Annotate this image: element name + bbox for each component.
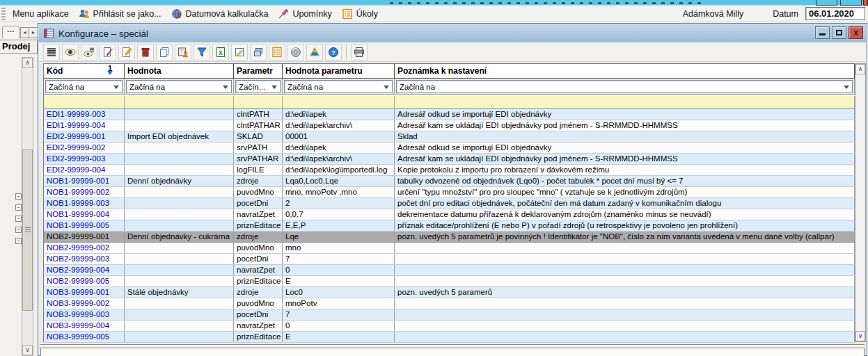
- delete-record-button[interactable]: [137, 44, 154, 60]
- filter-dropdown[interactable]: Začíná na: [126, 80, 232, 93]
- edit-record-button[interactable]: [118, 44, 135, 60]
- chevron-down-icon: [384, 86, 389, 89]
- sidebar-group-prodej[interactable]: Prodej: [0, 40, 38, 54]
- table-row[interactable]: NOB3-99999-002puvodMnomnoPotv: [44, 298, 855, 309]
- table-row[interactable]: NOB2-99999-004navratZpet0: [44, 265, 855, 276]
- rows-button[interactable]: [43, 44, 60, 60]
- sidebar-expander-1[interactable]: –: [15, 193, 22, 200]
- column-header-label: Hodnota parametru: [285, 66, 363, 76]
- app-maximize-button[interactable]: [840, 0, 862, 6]
- table-row[interactable]: NOB1-99999-004navratZpet0,0,7dekrementac…: [44, 209, 855, 220]
- date-label: Datum: [773, 9, 798, 19]
- minimize-button[interactable]: [815, 26, 830, 39]
- table-row[interactable]: NOB3-99999-005priznEditaceE: [44, 332, 855, 343]
- cell-parametr: pocetDni: [234, 309, 283, 320]
- tab-scroll-left-button[interactable]: ◄: [20, 27, 29, 38]
- sidebar-scrollbar[interactable]: ∧ ∨: [22, 57, 33, 356]
- excel-export-button[interactable]: X: [212, 44, 229, 60]
- view-button[interactable]: [62, 44, 79, 60]
- column-header-pozn-mka-k-nastaven-[interactable]: Poznámka k nastavení: [395, 64, 855, 78]
- table-row[interactable]: NOB1-99999-003pocetDni2počet dní pro edi…: [44, 198, 855, 209]
- cell-kod: EDI2-99999-003: [44, 154, 125, 164]
- table-scroll-down-icon[interactable]: ∨: [855, 331, 865, 341]
- date-field[interactable]: 06.01.2020: [805, 7, 865, 20]
- column-header-hodnota[interactable]: Hodnota: [125, 64, 234, 78]
- table-row[interactable]: NOB2-99999-005priznEditaceE: [44, 276, 855, 287]
- menu-aplikace-button[interactable]: Menu aplikace: [8, 6, 74, 22]
- filter-dropdown[interactable]: Začíná na: [396, 80, 853, 93]
- cell-hodnota_parametru: E: [283, 332, 395, 342]
- table-row[interactable]: EDI2-99999-003srvPATHARd:\edi\lapek\arch…: [44, 154, 855, 165]
- search-cell[interactable]: [283, 96, 395, 108]
- sidebar-expander-4[interactable]: –: [15, 227, 22, 233]
- datumova-kalkulacka-button[interactable]: Datumová kalkulačka: [167, 6, 274, 22]
- sidebar-scrollbar-thumb[interactable]: [22, 149, 33, 311]
- column-header-parametr[interactable]: Parametr: [234, 64, 283, 78]
- search-cell[interactable]: [44, 96, 125, 108]
- table-search-row: [44, 95, 855, 109]
- search-cell[interactable]: [125, 96, 234, 108]
- table-row[interactable]: EDI2-99999-001Import EDI objednávekSKLAD…: [44, 131, 855, 143]
- window-titlebar[interactable]: Konfigurace – speciál x: [39, 24, 866, 42]
- batch-button[interactable]: [175, 44, 191, 60]
- search-cell[interactable]: [234, 96, 283, 108]
- duplicate-button[interactable]: [250, 44, 267, 60]
- help-button[interactable]: ?: [325, 44, 342, 60]
- svg-text:X: X: [219, 49, 223, 56]
- column-header-hodnota-parametru[interactable]: Hodnota parametru: [283, 64, 395, 78]
- table-row[interactable]: NOB3-99999-003pocetDni7: [44, 309, 855, 321]
- menubar-grip[interactable]: [1, 8, 6, 20]
- app-close-button[interactable]: [863, 0, 868, 6]
- sidebar-scroll-down-icon[interactable]: ∨: [22, 345, 33, 355]
- column-header-k-d[interactable]: Kód1: [44, 64, 125, 78]
- sidebar-scroll-up-icon[interactable]: ∧: [22, 58, 33, 68]
- notes-button[interactable]: [231, 44, 248, 60]
- filter-dropdown[interactable]: Začíná na: [284, 80, 393, 93]
- cell-hodnota_parametru: 0,0,7: [283, 209, 395, 220]
- cell-poznamka: pozn. uvedých 5 paramerů: [395, 287, 855, 298]
- sidebar-expander-3[interactable]: –: [15, 216, 22, 222]
- table-row[interactable]: EDI1-99999-004clntPATHARd:\edi\lapek\arc…: [44, 120, 855, 131]
- sidebar-expander-5[interactable]: –: [15, 238, 22, 244]
- filter-button[interactable]: [194, 44, 210, 60]
- ukoly-button[interactable]: Úkoly: [338, 6, 384, 22]
- table-row[interactable]: NOB1-99999-001Denní objednávkyzdrojeLqa0…: [44, 176, 855, 187]
- table-row[interactable]: EDI2-99999-002srvPATHd:\edi\lapekAdresář…: [44, 143, 855, 154]
- table-scroll-up-icon[interactable]: ∧: [855, 64, 865, 74]
- table-row[interactable]: NOB1-99999-005priznEditaceE,E,Ppříznak e…: [44, 220, 855, 232]
- filter-icon: [196, 47, 207, 58]
- table-row[interactable]: NOB1-99999-002puvodMnomno, mnoPotv ,mnou…: [44, 187, 855, 198]
- prihlasit-se-jako-button[interactable]: Přihlásit se jako...: [74, 6, 167, 22]
- view-list-button[interactable]: [81, 44, 97, 60]
- layers-button[interactable]: [306, 44, 323, 60]
- close-button[interactable]: x: [849, 26, 863, 39]
- sort-order-icon: 1: [107, 65, 113, 75]
- cd-button[interactable]: [287, 44, 304, 60]
- table-row[interactable]: EDI1-99999-003clntPATHd:\edi\lapekAdresá…: [44, 109, 855, 120]
- sidebar-tab-more[interactable]: ···: [2, 26, 19, 38]
- copy-record-button[interactable]: [156, 44, 173, 60]
- prihlasit-label: Přihlásit se jako...: [93, 9, 161, 19]
- filter-dropdown[interactable]: Začín...: [235, 80, 281, 93]
- filter-cell: Začíná na: [395, 79, 855, 94]
- table-row[interactable]: NOB3-99999-001Stálé objednávkyzdrojeLoc0…: [44, 287, 855, 298]
- new-record-button[interactable]: [100, 44, 116, 60]
- checklist-button[interactable]: [269, 44, 285, 60]
- cell-hodnota: [125, 254, 234, 264]
- filter-dropdown[interactable]: Začíná na: [45, 80, 123, 93]
- table-row-selected[interactable]: NOB2-99999-001Denní objednávky - cukrárn…: [44, 232, 855, 243]
- sidebar-expander-2[interactable]: –: [15, 204, 22, 211]
- table-row[interactable]: NOB3-99999-004navratZpet0: [44, 321, 855, 332]
- upominky-button[interactable]: Upomínky: [274, 6, 337, 22]
- table-row[interactable]: NOB2-99999-002puvodMnomno: [44, 243, 855, 254]
- print-button[interactable]: [351, 44, 368, 60]
- maximize-button[interactable]: [832, 26, 846, 39]
- table-row[interactable]: EDI2-99999-004logFILEd:\edi\lapek\log\im…: [44, 165, 855, 176]
- table-scrollbar[interactable]: ∧ ∨: [855, 63, 866, 342]
- app-minimize-button[interactable]: [816, 0, 837, 6]
- search-cell[interactable]: [395, 96, 855, 108]
- help-icon: ?: [328, 47, 339, 58]
- cell-kod: NOB2-99999-005: [44, 276, 125, 286]
- table-row[interactable]: NOB2-99999-003pocetDni7: [44, 254, 855, 265]
- bottom-divider: [40, 344, 865, 346]
